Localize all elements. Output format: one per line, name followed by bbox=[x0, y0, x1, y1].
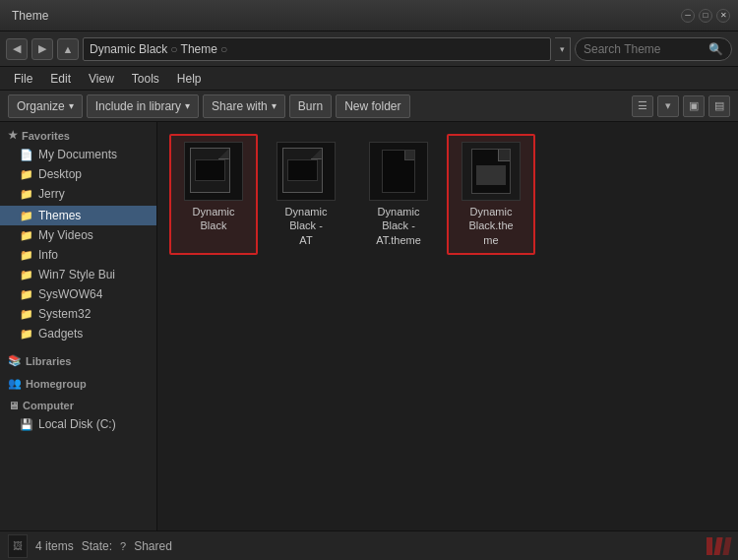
favorites-header[interactable]: ★ Favorites bbox=[0, 126, 156, 145]
minimize-button[interactable]: ─ bbox=[681, 9, 695, 23]
sidebar-item-my-videos[interactable]: 📁 My Videos bbox=[0, 225, 156, 245]
sidebar-item-gadgets[interactable]: 📁 Gadgets bbox=[0, 324, 156, 343]
folder-icon: 📁 bbox=[20, 210, 33, 222]
menu-file[interactable]: File bbox=[6, 70, 40, 88]
title-bar: Theme ─ □ ✕ bbox=[0, 0, 738, 31]
up-button[interactable]: ▲ bbox=[57, 38, 79, 60]
file-item-dynamic-black[interactable]: DynamicBlack bbox=[169, 134, 258, 255]
include-library-button[interactable]: Include in library bbox=[87, 94, 199, 118]
back-button[interactable]: ◀ bbox=[6, 38, 28, 60]
doc-image-2 bbox=[287, 159, 318, 181]
search-input[interactable] bbox=[584, 42, 705, 56]
sidebar-item-label: Desktop bbox=[38, 167, 82, 181]
sidebar-item-label: SysWOW64 bbox=[38, 287, 102, 301]
close-button[interactable]: ✕ bbox=[716, 9, 730, 23]
menu-view[interactable]: View bbox=[81, 70, 122, 88]
file-doc-2 bbox=[282, 148, 323, 193]
sidebar-item-jerry[interactable]: 📁 Jerry bbox=[0, 184, 156, 204]
status-icon: 🖼 bbox=[8, 534, 28, 558]
menu-edit[interactable]: Edit bbox=[42, 70, 79, 88]
folder-icon: 📁 bbox=[20, 188, 33, 201]
sidebar-item-local-disk[interactable]: 💾 Local Disk (C:) bbox=[0, 414, 156, 434]
libraries-icon: 📚 bbox=[8, 354, 22, 367]
address-dropdown-button[interactable]: ▾ bbox=[555, 37, 571, 61]
path-arrow-1: ○ bbox=[170, 42, 177, 56]
view-dropdown-button[interactable]: ▾ bbox=[657, 95, 679, 117]
doc-image-1 bbox=[195, 159, 225, 181]
content-area: DynamicBlack DynamicBlack -AT bbox=[157, 122, 738, 530]
computer-label: Computer bbox=[23, 400, 74, 411]
main-layout: ★ Favorites 📄 My Documents 📁 Desktop 📁 J… bbox=[0, 122, 738, 530]
forward-button[interactable]: ▶ bbox=[31, 38, 53, 60]
sidebar-item-system32[interactable]: 📁 System32 bbox=[0, 304, 156, 324]
sidebar-item-label: Jerry bbox=[38, 187, 65, 201]
folder-icon: 📁 bbox=[20, 308, 33, 321]
favorites-section: ★ Favorites 📄 My Documents 📁 Desktop 📁 J… bbox=[0, 126, 156, 204]
sidebar-item-label: Local Disk (C:) bbox=[38, 417, 116, 431]
folder-icon: 📁 bbox=[20, 288, 33, 301]
sidebar-item-themes[interactable]: 📁 Themes bbox=[0, 206, 156, 225]
file-item-dynamic-black-theme[interactable]: DynamicBlack.theme bbox=[447, 134, 535, 255]
folder-icon: 📁 bbox=[20, 328, 33, 341]
address-bar: ◀ ▶ ▲ Dynamic Black ○ Theme ○ ▾ 🔍 bbox=[0, 31, 738, 67]
file-item-dynamic-black-at-theme[interactable]: DynamicBlack -AT.theme bbox=[354, 134, 443, 255]
menu-bar: File Edit View Tools Help bbox=[0, 67, 738, 91]
stripe-3 bbox=[722, 537, 731, 555]
file-icon-2 bbox=[277, 142, 336, 201]
sidebar-item-label: Themes bbox=[38, 209, 81, 222]
menu-help[interactable]: Help bbox=[169, 70, 210, 88]
sidebar: ★ Favorites 📄 My Documents 📁 Desktop 📁 J… bbox=[0, 122, 157, 530]
share-with-button[interactable]: Share with bbox=[203, 94, 285, 118]
title-text: Theme bbox=[8, 9, 681, 23]
sidebar-item-label: My Documents bbox=[38, 148, 117, 161]
sidebar-item-label: Gadgets bbox=[38, 327, 83, 341]
sidebar-item-syswow64[interactable]: 📁 SysWOW64 bbox=[0, 284, 156, 304]
computer-icon: 🖥 bbox=[8, 400, 19, 411]
status-state-icon: ? bbox=[120, 540, 126, 552]
folder-icon: 📁 bbox=[20, 249, 33, 262]
file-label-4: DynamicBlack.theme bbox=[468, 205, 513, 247]
folder-icon: 📁 bbox=[20, 229, 33, 242]
favorites-label: Favorites bbox=[22, 130, 70, 142]
homegroup-header[interactable]: 👥 Homegroup bbox=[0, 374, 156, 393]
stripe-1 bbox=[707, 537, 712, 555]
star-icon: ★ bbox=[8, 129, 18, 142]
sidebar-item-win7-style[interactable]: 📁 Win7 Style Bui bbox=[0, 265, 156, 284]
file-label-1: DynamicBlack bbox=[193, 205, 235, 233]
folder-icon: 📁 bbox=[20, 168, 33, 181]
new-folder-button[interactable]: New folder bbox=[336, 94, 409, 118]
computer-header[interactable]: 🖥 Computer bbox=[0, 397, 156, 414]
organize-button[interactable]: Organize bbox=[8, 94, 83, 118]
sidebar-item-label: My Videos bbox=[38, 228, 93, 242]
sidebar-item-info[interactable]: 📁 Info bbox=[0, 245, 156, 265]
file-icon-1 bbox=[184, 142, 243, 201]
sidebar-item-desktop[interactable]: 📁 Desktop bbox=[0, 164, 156, 184]
sidebar-item-label: Win7 Style Bui bbox=[38, 268, 115, 281]
status-state-label: State: bbox=[82, 539, 112, 553]
toolbar: Organize Include in library Share with B… bbox=[0, 91, 738, 122]
address-path[interactable]: Dynamic Black ○ Theme ○ bbox=[83, 37, 551, 61]
view-preview-button[interactable]: ▤ bbox=[708, 95, 730, 117]
path-arrow-2: ○ bbox=[220, 42, 227, 56]
file-label-3: DynamicBlack -AT.theme bbox=[376, 205, 421, 247]
libraries-header[interactable]: 📚 Libraries bbox=[0, 351, 156, 370]
sidebar-item-label: Info bbox=[38, 248, 58, 262]
maximize-button[interactable]: □ bbox=[699, 9, 712, 23]
status-shared: Shared bbox=[134, 539, 172, 553]
folder-icon: 📄 bbox=[20, 149, 33, 161]
path-segment-2: Theme bbox=[181, 42, 217, 56]
file-item-dynamic-black-at[interactable]: DynamicBlack -AT bbox=[262, 134, 350, 255]
file-grid: DynamicBlack DynamicBlack -AT bbox=[165, 130, 730, 259]
file-label-2: DynamicBlack -AT bbox=[285, 205, 328, 247]
sidebar-item-my-documents[interactable]: 📄 My Documents bbox=[0, 145, 156, 164]
view-details-button[interactable]: ☰ bbox=[632, 95, 653, 117]
toolbar-right: ☰ ▾ ▣ ▤ bbox=[632, 95, 730, 117]
search-icon[interactable]: 🔍 bbox=[708, 42, 723, 56]
status-stripes bbox=[707, 537, 730, 555]
file-icon-3 bbox=[369, 142, 428, 201]
status-bar: 🖼 4 items State: ? Shared bbox=[0, 530, 738, 560]
homegroup-label: Homegroup bbox=[26, 378, 87, 390]
menu-tools[interactable]: Tools bbox=[124, 70, 167, 88]
view-icon-button[interactable]: ▣ bbox=[683, 95, 705, 117]
burn-button[interactable]: Burn bbox=[289, 94, 332, 118]
